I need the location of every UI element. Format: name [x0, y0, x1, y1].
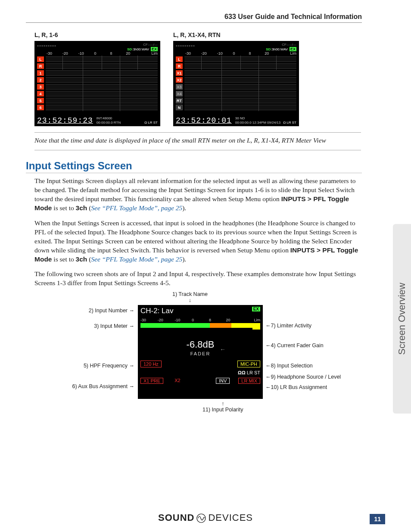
input-title: CH-2: Lav	[140, 307, 260, 315]
link-pfl-toggle-2[interactable]: See “PFL Toggle Mode”, page 25	[91, 255, 182, 263]
figure-left-caption: L, R, 1-6	[34, 31, 160, 38]
para-2: When the Input Settings Screen is access…	[34, 219, 361, 264]
para-3: The following two screen shots are of In…	[34, 270, 361, 288]
callout-9: 9) Headphone Source / Level	[265, 374, 341, 380]
callout-10: 10) LR Bus Assignment	[265, 384, 327, 390]
callout-1: 1) Track Name	[172, 291, 208, 303]
figures-row: L, R, 1-6 --------- CF:----/--- SD:3h00:…	[34, 31, 385, 126]
note-block: Note that the time and date is displayed…	[34, 132, 361, 150]
meter-view-right: --------- CF:----/--- SD:3h00:WAVEX -30-…	[173, 41, 299, 126]
input-meter	[140, 323, 260, 328]
callout-11: 11) Input Polarity	[202, 401, 243, 413]
figure-right-caption: L, R, X1-X4, RTN	[173, 31, 299, 38]
hp-source: Ω LR ST	[140, 370, 260, 375]
arrow-icon: ←	[220, 346, 226, 353]
row-label-R: R	[37, 63, 44, 69]
fader-display: -6.8dB ← FADER	[140, 339, 260, 356]
polarity: INV	[216, 378, 230, 384]
page-header: 633 User Guide and Technical Information	[26, 13, 362, 23]
link-pfl-toggle-1[interactable]: See “PFL Toggle Mode”, page 25	[91, 204, 182, 212]
cf-status: CF:----/---	[127, 43, 158, 47]
limiter-activity	[252, 328, 260, 330]
section-heading: Input Settings Screen	[26, 160, 362, 173]
ex-icon: EX	[290, 47, 296, 51]
callout-7: 7) Limiter Activity	[265, 323, 311, 329]
hpf-value: 120 Hz	[140, 361, 162, 367]
input-settings-screen: CH-2: Lav EX -30-20-100820Lim -6.8dB ← F…	[138, 305, 263, 399]
body-text: The Input Settings Screen displays all r…	[34, 177, 361, 288]
figure-left: L, R, 1-6 --------- CF:----/--- SD:3h00:…	[34, 31, 160, 126]
wave-icon	[196, 513, 206, 523]
para-1: The Input Settings Screen displays all r…	[34, 177, 361, 213]
meter-view-left: --------- CF:----/--- SD:3h00:WAVEX -30-…	[34, 41, 160, 126]
lr-bus: LR MIX	[238, 378, 260, 384]
figure-right: L, R, X1-X4, RTN --------- CF:----/--- S…	[173, 31, 299, 126]
side-tab: Screen Overview	[393, 224, 411, 414]
callout-8: 8) Input Selection	[265, 363, 313, 369]
callout-3: 3) Input Meter	[86, 323, 134, 329]
callout-5: 5) HPF Frequency	[75, 363, 134, 369]
meter-scale: -30-20-100820Lim	[37, 51, 158, 56]
callout-4: 4) Current Fader Gain	[265, 342, 324, 348]
aux-x2: X2	[172, 378, 183, 384]
row-label-L: L	[37, 56, 44, 62]
timecode: 23:52:20:01	[176, 116, 232, 125]
brand-logo: SOUNDDEVICES	[158, 512, 253, 523]
callout-6: 6) Aux Bus Assignment	[61, 383, 134, 389]
side-tab-label: Screen Overview	[396, 283, 408, 355]
annotated-figure: 1) Track Name 2) Input Number 3) Input M…	[43, 294, 345, 432]
timecode: 23:52:59:23	[37, 116, 93, 125]
ex-icon: EX	[151, 47, 158, 51]
input-selection: MIC-PH	[237, 361, 260, 367]
page-number: 11	[370, 514, 385, 524]
footer-brand: SOUNDDEVICES	[0, 512, 411, 523]
ex-icon: EX	[252, 307, 260, 311]
hp-source: Ω LR ST	[144, 121, 158, 125]
callout-2: 2) Input Number	[80, 308, 134, 314]
aux-x1: X1 PRE	[140, 378, 163, 384]
